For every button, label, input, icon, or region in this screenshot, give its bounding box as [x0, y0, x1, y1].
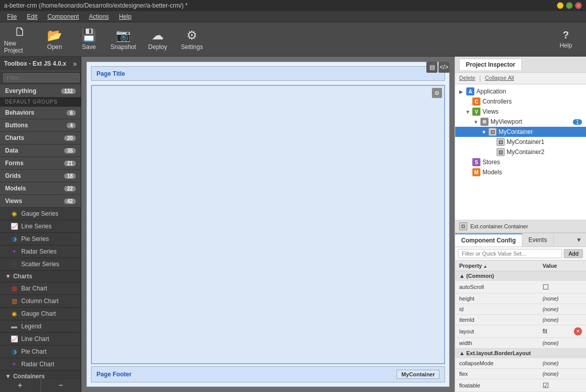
value-floatable[interactable]: ☑ — [539, 379, 586, 392]
tree-item-controllers[interactable]: C Controllers — [455, 96, 586, 107]
tree-item-mycontainer1[interactable]: ⊡ MyContainer1 — [455, 137, 586, 147]
toolbox-add-button[interactable]: + — [0, 379, 40, 392]
config-add-button[interactable]: Add — [564, 249, 583, 258]
list-item[interactable]: ◑ Pie Chart — [0, 346, 81, 358]
category-forms[interactable]: Forms 21 — [0, 157, 81, 170]
gauge-series-icon: ◉ — [10, 210, 18, 218]
value-flex[interactable]: (none) — [539, 369, 586, 379]
open-button[interactable]: 📂 Open — [38, 25, 71, 54]
canvas-frame: Page Title ⚙ Page Footer MyContainer — [86, 62, 450, 387]
scatter-series-label: Scatter Series — [21, 261, 59, 268]
page-footer-bar: Page Footer MyContainer — [91, 366, 445, 382]
delete-action[interactable]: Delete — [459, 75, 475, 82]
menu-file[interactable]: File — [2, 12, 22, 21]
deploy-button[interactable]: ☁ Deploy — [141, 25, 174, 54]
toolbox-search-input[interactable] — [3, 73, 80, 82]
pie-chart-icon: ◑ — [10, 348, 18, 356]
value-width[interactable]: (none) — [539, 338, 586, 349]
canvas-area: ▤ </> Page Title ⚙ Page Footer MyContain… — [81, 57, 455, 392]
containers-subcategory[interactable]: ▼ Containers — [0, 371, 81, 378]
category-models-label: Models — [5, 185, 26, 192]
project-inspector-tab[interactable]: Project Inspector — [459, 59, 522, 70]
category-data[interactable]: Data 35 — [0, 144, 81, 157]
application-label: Application — [476, 88, 506, 95]
toolbox-bottom-bar: + − — [0, 378, 81, 392]
value-itemid[interactable]: (none) — [539, 314, 586, 325]
close-button[interactable]: ✕ — [575, 2, 582, 9]
table-row: layout fit ✕ — [455, 325, 586, 338]
layout-clear-button[interactable]: ✕ — [574, 327, 582, 335]
tree-item-stores[interactable]: S Stores — [455, 157, 586, 167]
list-item[interactable]: 📈 Line Chart — [0, 333, 81, 346]
tree-item-mycontainer2[interactable]: ⊡ MyContainer2 — [455, 147, 586, 157]
collapse-all-action[interactable]: Collapse All — [485, 75, 514, 82]
myviewport-icon: ⊞ — [480, 118, 489, 126]
menu-component[interactable]: Component — [42, 12, 84, 21]
toolbox-remove-button[interactable]: − — [40, 379, 81, 392]
toolbox-collapse-button[interactable]: » — [73, 60, 77, 68]
toolbox: Toolbox - Ext JS 4.0.x » ▼ ▶ Everything … — [0, 57, 81, 392]
tab-events[interactable]: Events — [522, 234, 554, 246]
category-grids[interactable]: Grids 18 — [0, 170, 81, 182]
value-autoscroll[interactable]: ☐ — [539, 280, 586, 293]
canvas-view-button[interactable]: ▤ — [426, 62, 437, 73]
value-id[interactable]: (none) — [539, 304, 586, 314]
open-label: Open — [47, 43, 62, 51]
menu-help[interactable]: Help — [114, 12, 136, 21]
list-item[interactable]: ⁛ Scatter Series — [0, 258, 81, 271]
canvas-content[interactable]: ⚙ — [91, 85, 445, 364]
category-buttons[interactable]: Buttons 4 — [0, 119, 81, 132]
myviewport-arrow: ▼ — [473, 119, 478, 125]
value-collapsemode[interactable]: (none) — [539, 358, 586, 369]
menu-actions[interactable]: Actions — [84, 12, 114, 21]
list-item[interactable]: ▬ Legend — [0, 320, 81, 333]
pie-chart-label: Pie Chart — [21, 348, 46, 355]
value-layout[interactable]: fit ✕ — [539, 325, 586, 338]
property-itemid: itemId — [455, 314, 539, 325]
category-models[interactable]: Models 22 — [0, 182, 81, 195]
settings-button[interactable]: ⚙ Settings — [176, 25, 208, 54]
tab-component-config[interactable]: Component Config — [455, 233, 522, 247]
gauge-chart-label: Gauge Chart — [21, 310, 56, 317]
category-forms-badge: 21 — [64, 161, 76, 166]
config-tabs-arrow[interactable]: ▼ — [572, 234, 586, 246]
canvas-code-button[interactable]: </> — [438, 62, 450, 73]
category-everything[interactable]: Everything 132 — [0, 85, 81, 97]
new-project-button[interactable]: 🗋 New Project — [4, 25, 36, 54]
category-charts-label: Charts — [5, 134, 24, 141]
section-common: ▲ (Common) — [455, 271, 586, 280]
list-item[interactable]: ▦ Bar Chart — [0, 282, 81, 295]
maximize-button[interactable]: □ — [566, 2, 573, 9]
value-height[interactable]: (none) — [539, 293, 586, 304]
mycontainer1-label: MyContainer1 — [507, 138, 545, 145]
myviewport-badge: 1 — [573, 119, 582, 125]
list-item[interactable]: ✦ Radar Chart — [0, 358, 81, 371]
tree-item-models[interactable]: M Models — [455, 167, 586, 177]
pie-series-label: Pie Series — [21, 235, 49, 242]
menu-edit[interactable]: Edit — [22, 12, 42, 21]
save-button[interactable]: 💾 Save — [73, 25, 105, 54]
minimize-button[interactable]: _ — [557, 2, 564, 9]
snapshot-button[interactable]: 📷 Snapshot — [107, 25, 139, 54]
list-item[interactable]: ◉ Gauge Chart — [0, 308, 81, 320]
list-item[interactable]: ✦ Radar Series — [0, 246, 81, 258]
tree-item-application[interactable]: ▶ A Application — [455, 86, 586, 96]
list-item[interactable]: ◑ Pie Series — [0, 233, 81, 246]
charts-subcategory[interactable]: ▼ Charts — [0, 271, 81, 282]
list-item[interactable]: ▥ Column Chart — [0, 295, 81, 308]
category-behaviors[interactable]: Behaviors 6 — [0, 107, 81, 119]
list-item[interactable]: ◉ Gauge Series — [0, 208, 81, 220]
category-views[interactable]: Views 42 — [0, 195, 81, 208]
snapshot-icon: 📷 — [116, 28, 131, 42]
config-filter-input[interactable] — [458, 249, 562, 258]
canvas-settings-button[interactable]: ⚙ — [432, 88, 442, 98]
property-column-header[interactable]: Property — [455, 261, 539, 271]
category-charts[interactable]: Charts 20 — [0, 132, 81, 144]
layout-value-text: fit — [543, 328, 547, 335]
list-item[interactable]: 📈 Line Series — [0, 220, 81, 233]
tree-item-mycontainer[interactable]: ▼ ⊡ MyContainer — [455, 127, 586, 137]
tree-item-myviewport[interactable]: ▼ ⊞ MyViewport 1 — [455, 117, 586, 127]
tree-item-views[interactable]: ▼ V Views — [455, 107, 586, 117]
help-button[interactable]: ? Help — [550, 25, 582, 54]
category-behaviors-label: Behaviors — [5, 109, 34, 116]
